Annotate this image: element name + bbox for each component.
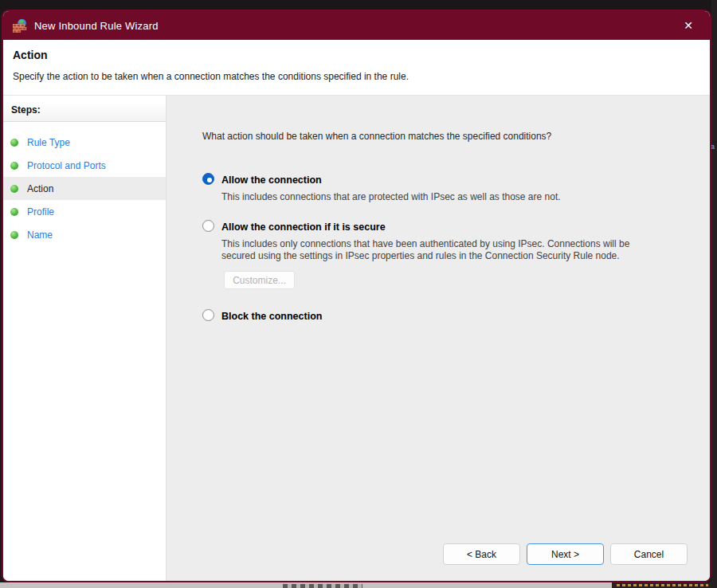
new-inbound-rule-wizard-dialog: New Inbound Rule Wizard ✕ Action Specify… xyxy=(2,10,711,582)
radio-allow-connection[interactable] xyxy=(202,173,214,185)
steps-heading: Steps: xyxy=(3,101,166,122)
steps-sidebar: Steps: Rule Type Protocol and Ports Acti… xyxy=(3,96,167,581)
wizard-body: Steps: Rule Type Protocol and Ports Acti… xyxy=(3,96,710,581)
title-bar[interactable]: New Inbound Rule Wizard ✕ xyxy=(3,11,710,40)
step-label: Rule Type xyxy=(27,137,70,148)
windows-firewall-icon xyxy=(13,18,27,33)
cancel-button[interactable]: Cancel xyxy=(610,543,688,565)
radio-allow-if-secure[interactable] xyxy=(202,220,214,232)
background-text-smudge xyxy=(283,584,362,588)
green-dot-icon xyxy=(10,208,18,216)
step-label: Profile xyxy=(27,206,54,218)
window-title: New Inbound Rule Wizard xyxy=(34,20,675,32)
option-allow-the-connection[interactable]: Allow the connection This includes conne… xyxy=(202,172,686,202)
green-dot-icon xyxy=(10,139,18,147)
green-dot-icon xyxy=(10,231,18,239)
step-label: Action xyxy=(27,183,53,194)
sidebar-item-profile[interactable]: Profile xyxy=(3,200,166,223)
sidebar-item-rule-type[interactable]: Rule Type xyxy=(3,131,166,154)
radio-block-connection[interactable] xyxy=(202,309,214,321)
option-description: This includes only connections that have… xyxy=(221,238,656,261)
option-block-the-connection[interactable]: Block the connection xyxy=(202,308,686,323)
back-button[interactable]: < Back xyxy=(443,543,520,565)
action-question: What action should be taken when a conne… xyxy=(202,131,686,142)
sidebar-item-protocol-and-ports[interactable]: Protocol and Ports xyxy=(3,154,166,177)
wizard-content-panel: What action should be taken when a conne… xyxy=(167,96,710,581)
green-dot-icon xyxy=(10,162,18,170)
background-orange-text-marks xyxy=(617,584,708,586)
option-label[interactable]: Allow the connection xyxy=(221,174,322,186)
background-app-text-fragment: a xyxy=(711,143,717,151)
page-description: Specify the action to be taken when a co… xyxy=(13,71,699,82)
option-allow-if-secure[interactable]: Allow the connection if it is secure Thi… xyxy=(202,219,686,261)
sidebar-item-name[interactable]: Name xyxy=(3,223,166,246)
close-icon[interactable]: ✕ xyxy=(675,14,702,37)
wizard-footer-buttons: < Back Next > Cancel xyxy=(443,543,688,565)
option-label[interactable]: Block the connection xyxy=(221,311,322,322)
background-statusbar-fragment xyxy=(612,582,711,588)
option-label[interactable]: Allow the connection if it is secure xyxy=(221,221,386,233)
desktop-background-right xyxy=(711,0,717,588)
steps-list: Rule Type Protocol and Ports Action Prof… xyxy=(3,131,166,246)
desktop-background-bottom xyxy=(0,582,711,588)
wizard-page-header: Action Specify the action to be taken wh… xyxy=(3,40,710,96)
customize-button: Customize... xyxy=(224,271,295,289)
page-title: Action xyxy=(13,49,699,61)
green-dot-icon xyxy=(10,185,18,193)
step-label: Name xyxy=(27,229,53,241)
option-description: This includes connections that are prote… xyxy=(221,191,561,202)
step-label: Protocol and Ports xyxy=(27,160,106,171)
desktop-background-top xyxy=(0,0,717,10)
sidebar-item-action[interactable]: Action xyxy=(3,177,166,200)
next-button[interactable]: Next > xyxy=(527,543,604,565)
